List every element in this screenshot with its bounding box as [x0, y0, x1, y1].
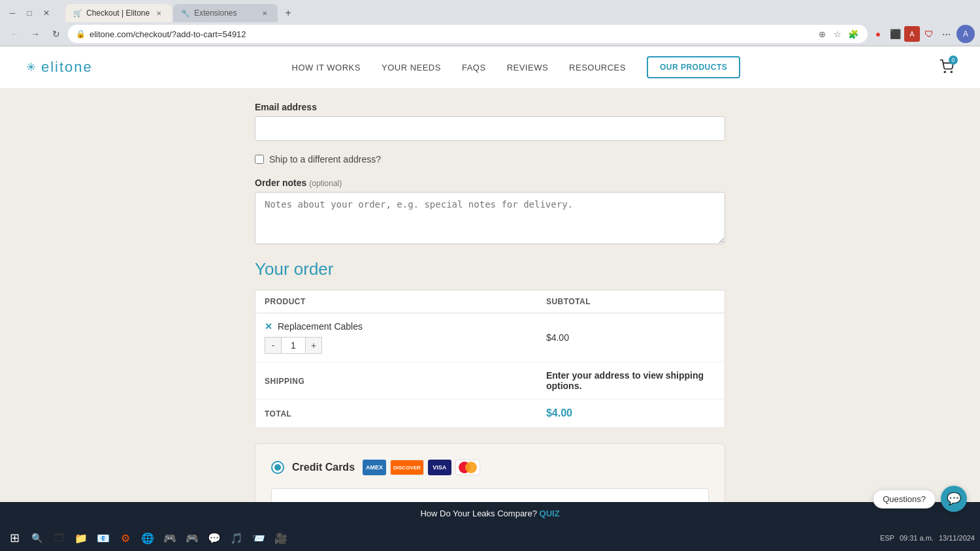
- ext-icon-2[interactable]: ⬛: [887, 26, 903, 42]
- shipping-label-cell: SHIPPING: [255, 362, 537, 400]
- ship-checkbox-row: Ship to a different address?: [255, 154, 725, 165]
- taskbar-app-7[interactable]: 💬: [205, 529, 223, 547]
- shipping-label: SHIPPING: [265, 377, 304, 386]
- quantity-controls: - 1 +: [265, 337, 528, 354]
- ext-icon-3[interactable]: A: [904, 26, 920, 42]
- address-bar[interactable]: 🔒 elitone.com/checkout/?add-to-cart=5491…: [68, 25, 868, 43]
- site-header: ✳ elitone HOW IT WORKS YOUR NEEDS FAQs R…: [0, 46, 980, 89]
- card-logos: AMEX DISCOVER VISA: [363, 460, 480, 475]
- svg-point-0: [944, 71, 945, 72]
- table-row: TOTAL $4.00: [255, 400, 725, 428]
- amex-logo: AMEX: [363, 460, 386, 475]
- tab-bar: 🛒 Checkout | Elitone ✕ 🔧 Extensiones ✕ +: [60, 4, 302, 22]
- ship-checkbox-label: Ship to a different address?: [269, 154, 381, 165]
- active-tab-close[interactable]: ✕: [154, 8, 164, 18]
- back-button[interactable]: ←: [5, 25, 24, 43]
- site-logo[interactable]: ✳ elitone: [26, 59, 93, 76]
- table-row: SHIPPING Enter your address to view ship…: [255, 362, 725, 400]
- translate-icon[interactable]: ⊕: [815, 27, 828, 40]
- nav-how-it-works[interactable]: HOW IT WORKS: [292, 63, 361, 72]
- nav-reviews[interactable]: REVIEWS: [507, 63, 548, 72]
- payment-method-label: Credit Cards: [292, 462, 355, 473]
- total-value-cell: $4.00: [537, 400, 725, 428]
- toolbar-extension-icons: ● ⬛ A 🛡 ⋯: [870, 26, 954, 42]
- our-products-button[interactable]: OUR PRODUCTS: [647, 56, 740, 78]
- window-controls: ─ □ ✕: [5, 6, 54, 20]
- nav-faqs[interactable]: FAQs: [462, 63, 486, 72]
- taskbar-app-8[interactable]: 🎵: [227, 529, 246, 547]
- total-label: TOTAL: [265, 409, 291, 418]
- mastercard-logo: [455, 460, 480, 475]
- taskbar-app-1[interactable]: 🗔: [50, 529, 68, 547]
- quantity-increase-button[interactable]: +: [305, 337, 322, 354]
- taskbar-left: ⊞ 🔍 🗔 📁 📧 ⚙ 🌐 🎮 🎮 💬 🎵 📨 🎥: [5, 529, 290, 547]
- secure-icon: 🔒: [76, 29, 86, 39]
- email-input[interactable]: [255, 116, 725, 141]
- close-button[interactable]: ✕: [39, 6, 54, 20]
- url-text: elitone.com/checkout/?add-to-cart=54912: [90, 29, 806, 39]
- taskbar-language: ESP: [880, 534, 894, 542]
- tab-favicon-inactive: 🔧: [181, 8, 190, 18]
- taskbar-app-3[interactable]: 📧: [94, 529, 112, 547]
- inactive-tab-close[interactable]: ✕: [259, 8, 270, 18]
- credit-card-radio[interactable]: [271, 461, 284, 474]
- taskbar-right: ESP 09:31 a.m. 13/11/2024: [880, 534, 975, 542]
- forward-button[interactable]: →: [26, 25, 44, 43]
- product-cell: ✕ Replacement Cables - 1 +: [255, 313, 537, 362]
- chat-label: Questions?: [873, 490, 936, 509]
- start-button[interactable]: ⊞: [5, 529, 24, 547]
- shipping-value-cell: Enter your address to view shipping opti…: [537, 362, 725, 400]
- taskbar-app-5[interactable]: 🎮: [161, 529, 179, 547]
- radio-dot: [274, 464, 281, 471]
- quantity-decrease-button[interactable]: -: [265, 337, 282, 354]
- remove-product-button[interactable]: ✕: [265, 321, 272, 332]
- reload-button[interactable]: ↻: [47, 25, 65, 43]
- inactive-tab[interactable]: 🔧 Extensiones ✕: [173, 4, 278, 22]
- total-label-cell: TOTAL: [255, 400, 537, 428]
- search-button[interactable]: 🔍: [27, 529, 46, 547]
- restore-button[interactable]: □: [22, 6, 37, 20]
- site-nav: HOW IT WORKS YOUR NEEDS FAQs REVIEWS RES…: [292, 56, 741, 78]
- logo-text: elitone: [41, 59, 93, 76]
- new-tab-button[interactable]: +: [279, 4, 297, 22]
- bottom-banner: How Do Your Leaks Compare? QUIZ: [0, 502, 980, 525]
- order-section: Your order PRODUCT SUBTOTAL ✕ Replacem: [255, 259, 725, 428]
- taskbar-browser[interactable]: 🌐: [139, 529, 157, 547]
- order-notes-label: Order notes (optional): [255, 178, 725, 188]
- cart-icon[interactable]: 0: [939, 59, 954, 76]
- ext-icon-4[interactable]: 🛡: [921, 26, 937, 42]
- taskbar-app-4[interactable]: ⚙: [116, 529, 135, 547]
- taskbar-time: 09:31 a.m.: [900, 534, 934, 542]
- address-bar-row: ← → ↻ 🔒 elitone.com/checkout/?add-to-car…: [0, 22, 980, 46]
- active-tab-title: Checkout | Elitone: [86, 8, 150, 18]
- taskbar-app-2[interactable]: 📁: [72, 529, 90, 547]
- order-notes-textarea[interactable]: [255, 192, 725, 244]
- total-amount: $4.00: [546, 407, 572, 418]
- table-row: ✕ Replacement Cables - 1 + $4.00: [255, 313, 725, 362]
- minimize-button[interactable]: ─: [5, 6, 20, 20]
- taskbar-app-10[interactable]: 🎥: [272, 529, 290, 547]
- bookmark-icon[interactable]: ☆: [831, 27, 844, 40]
- order-title: Your order: [255, 259, 725, 279]
- browser-titlebar: ─ □ ✕ 🛒 Checkout | Elitone ✕ 🔧 Extension…: [0, 0, 980, 22]
- product-price: $4.00: [546, 332, 569, 343]
- quantity-display: 1: [282, 337, 305, 354]
- nav-your-needs[interactable]: YOUR NEEDS: [382, 63, 441, 72]
- optional-text: (optional): [309, 179, 342, 188]
- address-bar-icons: ⊕ ☆ 🧩: [815, 27, 860, 40]
- email-section: Email address: [255, 102, 725, 141]
- taskbar-app-6[interactable]: 🎮: [183, 529, 201, 547]
- subtotal-cell: $4.00: [537, 313, 725, 362]
- taskbar-app-9[interactable]: 📨: [250, 529, 268, 547]
- active-tab[interactable]: 🛒 Checkout | Elitone ✕: [65, 4, 172, 22]
- quiz-link[interactable]: QUIZ: [540, 509, 560, 518]
- ext-icon-1[interactable]: ●: [870, 26, 886, 42]
- profile-avatar[interactable]: A: [956, 25, 975, 43]
- ext-icon-5[interactable]: ⋯: [938, 26, 954, 42]
- extensions-icon[interactable]: 🧩: [847, 27, 860, 40]
- logo-star-icon: ✳: [26, 60, 37, 74]
- chat-button[interactable]: 💬: [941, 486, 967, 512]
- ship-different-checkbox[interactable]: [255, 155, 264, 164]
- cart-badge: 0: [949, 55, 958, 65]
- nav-resources[interactable]: RESOURCES: [569, 63, 626, 72]
